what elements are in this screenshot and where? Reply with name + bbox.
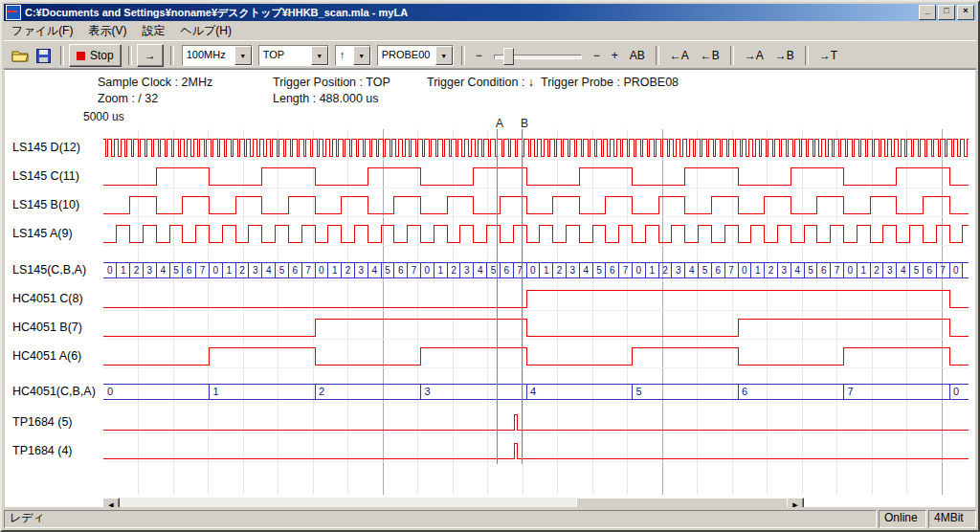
trigger-condition-info: Trigger Condition : ↓ — [427, 76, 534, 89]
goto-trigger-button[interactable]: →T — [813, 45, 843, 66]
waveform-panel: Sample Clock : 2MHz Trigger Position : T… — [5, 69, 975, 509]
svg-text:3: 3 — [253, 265, 258, 276]
cursor-a-label[interactable]: A — [496, 117, 503, 130]
save-file-button[interactable] — [33, 45, 54, 66]
run-button[interactable]: → — [137, 44, 164, 67]
channel-label: LS145 B(10) — [12, 197, 79, 212]
svg-text:7: 7 — [940, 265, 946, 276]
svg-text:5: 5 — [279, 265, 285, 276]
menu-file[interactable]: ファイル(F) — [4, 21, 80, 41]
toolbar-separator — [656, 46, 659, 65]
svg-text:2: 2 — [451, 265, 457, 276]
svg-text:6: 6 — [187, 265, 192, 276]
toolbar-separator — [128, 46, 132, 65]
channel-label: LS145 C(11) — [12, 168, 79, 184]
svg-text:6: 6 — [398, 265, 404, 276]
svg-text:6: 6 — [716, 265, 722, 276]
svg-text:7: 7 — [305, 265, 311, 276]
svg-text:7: 7 — [848, 386, 854, 397]
svg-text:0: 0 — [107, 265, 113, 276]
status-memory: 4MBit — [928, 510, 976, 528]
goto-cursor-b-left-button[interactable]: ←B — [695, 45, 725, 66]
close-button[interactable]: × — [957, 5, 974, 20]
sample-clock-select[interactable]: 100MHz ▼ — [182, 45, 253, 66]
goto-cursor-b-right-button[interactable]: →B — [769, 45, 800, 66]
window-title: C:¥Documents and Settings¥noname¥デスクトップ¥… — [25, 6, 917, 20]
stop-button[interactable]: Stop — [69, 44, 122, 67]
stop-icon — [77, 52, 85, 60]
svg-text:2: 2 — [768, 265, 774, 276]
toolbar-separator — [805, 46, 809, 65]
svg-text:0: 0 — [107, 386, 113, 397]
cursor-b-label[interactable]: B — [521, 117, 528, 130]
svg-text:7: 7 — [517, 265, 523, 276]
trigger-position-select[interactable]: TOP ▼ — [258, 45, 329, 66]
zoom-out-button[interactable]: − — [588, 45, 606, 66]
chevron-down-icon[interactable]: ▼ — [311, 46, 328, 65]
svg-text:5: 5 — [808, 265, 813, 276]
channel-label: HC4051 C(8) — [12, 291, 83, 306]
length-info: Length : 488.000 us — [273, 92, 379, 105]
menu-settings[interactable]: 設定 — [134, 21, 172, 41]
svg-text:2: 2 — [662, 265, 668, 276]
goto-cursor-a-right-button[interactable]: →A — [739, 45, 769, 66]
toolbar-separator — [461, 46, 465, 65]
open-file-button[interactable] — [10, 45, 31, 66]
zoom-dash-label: − — [470, 45, 488, 66]
svg-text:4: 4 — [371, 265, 377, 276]
trigger-probe-info: Trigger Probe : PROBE08 — [541, 76, 679, 89]
svg-text:7: 7 — [412, 265, 417, 276]
svg-text:1: 1 — [226, 265, 232, 276]
maximize-button[interactable]: □ — [938, 5, 955, 20]
channel-label: LS145 A(9) — [12, 226, 73, 241]
svg-text:6: 6 — [293, 265, 299, 276]
zoom-in-button[interactable]: + — [606, 45, 624, 66]
svg-text:6: 6 — [742, 386, 747, 397]
zoom-ab-button[interactable]: AB — [624, 45, 651, 66]
svg-text:4: 4 — [794, 265, 800, 276]
zoom-slider-thumb[interactable] — [503, 48, 514, 65]
chevron-down-icon[interactable]: ▼ — [353, 46, 370, 65]
channel-label: LS145 D(12) — [12, 140, 80, 155]
open-folder-icon — [11, 49, 29, 62]
svg-text:6: 6 — [821, 265, 827, 276]
sample-clock-info: Sample Clock : 2MHz — [98, 76, 212, 89]
menu-help[interactable]: ヘルプ(H) — [172, 21, 239, 41]
svg-text:4: 4 — [478, 265, 483, 276]
toolbar: Stop → 100MHz ▼ TOP ▼ ↑ ▼ PROBE00 ▼ − − … — [4, 40, 976, 70]
svg-text:5: 5 — [596, 265, 602, 276]
goto-cursor-a-left-button[interactable]: ←A — [664, 45, 695, 66]
toolbar-separator — [60, 46, 64, 65]
svg-text:4: 4 — [266, 265, 272, 276]
timebase-label: 5000 us — [83, 110, 124, 123]
channel-label: LS145(C,B,A) — [12, 262, 86, 277]
svg-text:5: 5 — [491, 265, 497, 276]
svg-text:0: 0 — [742, 265, 747, 276]
chevron-down-icon[interactable]: ▼ — [234, 46, 252, 65]
svg-text:5: 5 — [914, 265, 920, 276]
menu-view[interactable]: 表示(V) — [80, 21, 134, 41]
zoom-slider[interactable] — [494, 47, 582, 64]
minimize-button[interactable]: _ — [919, 5, 936, 20]
svg-text:7: 7 — [728, 265, 734, 276]
channel-label: HC4051 B(7) — [12, 320, 82, 335]
trigger-probe-select[interactable]: PROBE00 ▼ — [377, 45, 454, 66]
title-bar[interactable]: C:¥Documents and Settings¥noname¥デスクトップ¥… — [4, 4, 976, 21]
svg-text:0: 0 — [319, 265, 324, 276]
chevron-down-icon[interactable]: ▼ — [435, 46, 453, 65]
trigger-edge-select[interactable]: ↑ ▼ — [335, 45, 371, 66]
status-online: Online — [879, 510, 926, 528]
channel-label: TP1684 (5) — [12, 414, 73, 430]
channel-label: HC4051(C,B,A) — [12, 384, 96, 399]
svg-text:3: 3 — [676, 265, 681, 276]
svg-text:7: 7 — [835, 265, 840, 276]
svg-text:5: 5 — [173, 265, 179, 276]
svg-text:3: 3 — [782, 265, 788, 276]
svg-text:3: 3 — [425, 386, 431, 397]
channel-label: TP1684 (4) — [12, 443, 73, 458]
svg-text:2: 2 — [557, 265, 563, 276]
svg-text:7: 7 — [200, 265, 206, 276]
trigger-position-info: Trigger Position : TOP — [273, 76, 390, 89]
svg-text:2: 2 — [345, 265, 351, 276]
floppy-icon — [36, 49, 51, 63]
